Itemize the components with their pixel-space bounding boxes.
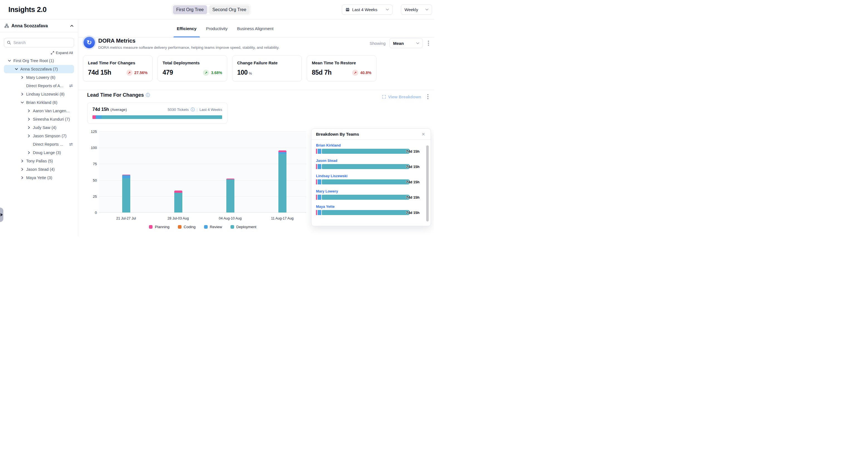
lead-time-title-text: Lead Time For Changes xyxy=(87,92,144,98)
delta-value: 3.68% xyxy=(211,70,222,75)
average-period: Last 4 Weeks xyxy=(199,108,222,112)
bar-segment-deployment xyxy=(278,154,286,212)
breakdown-team-link[interactable]: Brian Kirkland xyxy=(316,143,426,147)
search-box[interactable] xyxy=(4,38,74,47)
showing-label: Showing xyxy=(369,41,385,46)
filter-icon[interactable] xyxy=(69,84,73,88)
bar-segment-review xyxy=(278,152,286,154)
tree-item[interactable]: Doug Lange (3) xyxy=(0,148,78,157)
tree-item[interactable]: Brian Kirkland (6) xyxy=(0,98,78,107)
gridline xyxy=(99,131,306,132)
breakdown-team-link[interactable]: Maya Yette xyxy=(316,204,426,209)
info-icon[interactable]: ⓘ xyxy=(146,92,150,98)
y-axis-tick-label: 100 xyxy=(86,146,97,150)
meta-divider: | xyxy=(196,108,198,112)
metric-card-value: 74d 15h xyxy=(88,69,111,76)
breakdown-row: Mary Lowery74d 15h xyxy=(316,189,426,200)
breakdown-value: 74d 15h xyxy=(406,211,420,215)
tree-item[interactable]: Jason Stead (4) xyxy=(0,165,78,174)
breakdown-scrollbar[interactable] xyxy=(426,145,429,221)
breakdown-team-link[interactable]: Mary Lowery xyxy=(316,189,426,193)
tree-item[interactable]: Sireesha Kunduri (7) xyxy=(0,115,78,123)
metric-cards: Lead Time For Changes74d 15h↗27.56%Total… xyxy=(83,55,376,81)
lead-time-menu-button[interactable] xyxy=(426,93,430,100)
tab-business-alignment[interactable]: Business Alignment xyxy=(237,20,273,37)
tree-item[interactable]: Mary Lowery (6) xyxy=(0,73,78,82)
calendar-icon xyxy=(345,7,350,12)
x-axis-tick-label: 21 Jul-27 Jul xyxy=(106,216,146,220)
tree-item[interactable]: Lindsay Liszewski (8) xyxy=(0,90,78,98)
filter-icon[interactable] xyxy=(69,142,73,146)
expand-all-button[interactable]: Expand All xyxy=(5,51,73,55)
dora-menu-button[interactable] xyxy=(427,39,430,47)
metric-card-value-row: 74d 15h↗27.56% xyxy=(88,69,148,76)
breakdown-team-link[interactable]: Lindsay Liszewski xyxy=(316,174,426,178)
chart-bar[interactable] xyxy=(278,150,286,212)
search-input[interactable] xyxy=(13,40,71,45)
metric-card-value: 479 xyxy=(162,69,173,76)
tab-productivity[interactable]: Productivity xyxy=(206,20,228,37)
tree-item[interactable]: Jason Simpson (7) xyxy=(0,132,78,140)
chevron-down-icon[interactable] xyxy=(14,67,18,71)
tree-item[interactable]: Tony Pallas (5) xyxy=(0,157,78,165)
showing-select[interactable]: Mean xyxy=(390,38,423,48)
granularity-select[interactable]: Weekly xyxy=(401,4,432,15)
chart-bar[interactable] xyxy=(226,179,235,212)
tree-item[interactable]: Direct Reports of A... xyxy=(0,82,78,90)
tree-item-label: Tony Pallas (5) xyxy=(26,159,53,163)
chart-bar[interactable] xyxy=(174,190,182,212)
metric-card: Mean Time To Restore85d 7h↗40.8% xyxy=(307,55,376,81)
main-tabs: EfficiencyProductivityBusiness Alignment xyxy=(78,20,434,38)
chevron-down-icon[interactable] xyxy=(20,101,24,105)
tree-item[interactable]: Maya Yette (3) xyxy=(0,174,78,182)
chevron-right-icon[interactable] xyxy=(27,118,31,121)
trend-up-icon: ↗ xyxy=(352,70,358,76)
tree-item[interactable]: Judy Saw (4) xyxy=(0,123,78,132)
bar-segment-review xyxy=(318,210,321,215)
chart-bar[interactable] xyxy=(122,175,130,212)
legend-swatch xyxy=(204,225,208,229)
metric-card: Lead Time For Changes74d 15h↗27.56% xyxy=(83,55,153,81)
breakdown-team-link[interactable]: Jason Stead xyxy=(316,158,426,163)
chevron-right-icon[interactable] xyxy=(20,176,24,180)
chevron-down-icon[interactable] xyxy=(7,59,11,63)
lead-time-actions: View Breakdown xyxy=(382,93,430,100)
sidebar-header[interactable]: Anna Scozzafava xyxy=(0,20,78,32)
breakdown-row: Maya Yette74d 15h xyxy=(316,204,426,215)
chevron-right-icon[interactable] xyxy=(20,76,24,79)
breakdown-value: 74d 15h xyxy=(406,165,420,169)
chevron-right-icon[interactable] xyxy=(27,134,31,138)
info-icon[interactable]: ⓘ xyxy=(191,107,194,112)
date-range-select[interactable]: Last 4 Weeks xyxy=(342,4,393,15)
tab-efficiency[interactable]: Efficiency xyxy=(177,20,196,37)
chevron-right-icon[interactable] xyxy=(27,151,31,155)
tree-item-label: Aaron Van Langen... xyxy=(33,109,70,113)
sidebar-collapse-handle[interactable] xyxy=(0,208,3,222)
bar-segment-deployment xyxy=(322,164,410,169)
chevron-right-icon[interactable] xyxy=(27,126,31,129)
chevron-right-icon[interactable] xyxy=(20,159,24,163)
close-icon[interactable]: ✕ xyxy=(421,131,426,137)
view-breakdown-button[interactable]: View Breakdown xyxy=(382,94,421,99)
date-range-value: Last 4 Weeks xyxy=(352,7,383,12)
section-divider xyxy=(78,90,434,90)
bar-segment-review xyxy=(318,164,321,169)
chevron-right-icon[interactable] xyxy=(27,109,31,113)
org-toggle-option-1[interactable]: First Org Tree xyxy=(173,5,207,14)
tree-item[interactable]: Direct Reports ... xyxy=(0,140,78,148)
breakdown-stacked-bar: 74d 15h xyxy=(316,210,410,215)
chevron-right-icon[interactable] xyxy=(20,168,24,171)
org-toggle-option-2[interactable]: Second Org Tree xyxy=(209,5,250,14)
bar-segment-planning xyxy=(316,164,317,169)
chevron-right-icon[interactable] xyxy=(20,92,24,96)
bar-segment-deployment xyxy=(322,179,410,184)
legend-label: Coding xyxy=(184,225,196,229)
tree-item[interactable]: Aaron Van Langen... xyxy=(0,107,78,115)
bar-segment-planning xyxy=(316,179,317,184)
x-axis-tick-label: 11 Aug-17 Aug xyxy=(263,216,302,220)
chevron-down-icon xyxy=(386,9,389,10)
bar-segment-review xyxy=(318,179,321,184)
tree-item[interactable]: First Org Tree Root (1) xyxy=(0,57,78,65)
chevron-up-icon[interactable] xyxy=(70,25,73,27)
tree-item[interactable]: Anna Scozzafava (7) xyxy=(0,65,78,73)
